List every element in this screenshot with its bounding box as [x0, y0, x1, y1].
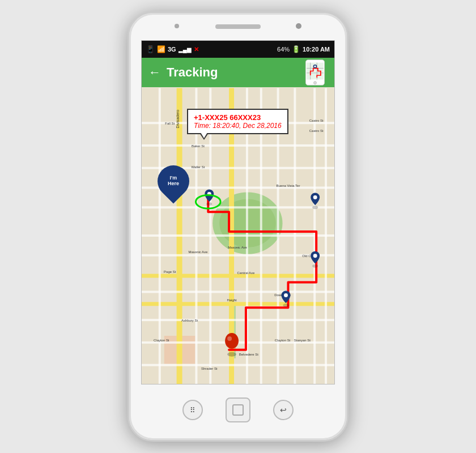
nav-menu-icon: ⠿ [190, 406, 196, 414]
svg-text:Clayton St: Clayton St [275, 339, 291, 342]
svg-point-69 [227, 336, 232, 341]
sim-icon: 📱 [146, 45, 155, 53]
signal-x-icon: ✕ [194, 46, 199, 53]
phone-bottom-nav: ⠿ ↩ [129, 384, 347, 440]
im-here-pin: I'm Here [158, 165, 189, 197]
svg-text:Ashbury St: Ashbury St [181, 319, 198, 322]
network-label: 3G [168, 46, 176, 53]
nav-back-button[interactable]: ↩ [273, 400, 294, 420]
svg-point-63 [312, 264, 318, 268]
svg-rect-28 [142, 364, 334, 366]
svg-text:Castro St: Castro St [309, 119, 324, 122]
app-icon [301, 59, 329, 86]
svg-point-62 [313, 195, 317, 199]
svg-text:Central Ave: Central Ave [237, 271, 255, 275]
phone-screen: 📱 📶 3G ▂▄▆ ✕ 64% 🔋 10:20 AM ← Tracking [141, 40, 335, 384]
svg-rect-22 [142, 206, 334, 208]
battery-label: 64% [277, 46, 290, 53]
svg-point-67 [227, 352, 236, 357]
svg-text:Baker St: Baker St [192, 144, 205, 148]
svg-point-68 [225, 333, 239, 349]
sensor [175, 24, 179, 28]
nav-home-button[interactable] [226, 398, 250, 422]
popup-phone-number: +1-XXX25 66XXX23 [194, 113, 282, 122]
nav-menu-button[interactable]: ⠿ [182, 400, 203, 420]
popup-tail-inner [201, 133, 207, 138]
app-bar: ← Tracking [142, 58, 334, 87]
svg-text:Clayton St: Clayton St [154, 339, 169, 342]
svg-point-65 [283, 304, 289, 307]
svg-text:Divisadero: Divisadero [176, 110, 180, 129]
nav-home-icon [232, 404, 244, 416]
im-here-text: I'm Here [168, 176, 179, 187]
nav-back-icon: ↩ [280, 405, 287, 414]
svg-rect-37 [325, 88, 327, 384]
svg-text:Masonic Ave: Masonic Ave [189, 250, 208, 254]
svg-text:Haight: Haight [227, 298, 237, 302]
map-area: Divisadero Divisadero Baker St Masonic A… [142, 87, 334, 384]
svg-text:Belvedere St: Belvedere St [239, 353, 258, 356]
popup-time: Time: 18:20:40, Dec 28,2016 [194, 122, 282, 130]
svg-text:Waller St: Waller St [191, 165, 205, 169]
svg-text:Fall St: Fall St [165, 122, 175, 125]
status-left: 📱 📶 3G ▂▄▆ ✕ [146, 45, 199, 53]
svg-rect-23 [142, 234, 334, 237]
time-label: 10:20 AM [303, 46, 330, 53]
svg-rect-16 [142, 274, 334, 278]
svg-point-66 [284, 293, 288, 297]
svg-point-64 [313, 254, 317, 258]
map-info-popup: +1-XXX25 66XXX23 Time: 18:20:40, Dec 28,… [187, 109, 288, 134]
svg-rect-19 [142, 144, 334, 147]
svg-text:Buena Vista Ter: Buena Vista Ter [277, 184, 300, 187]
svg-point-8 [314, 82, 317, 84]
svg-point-7 [314, 66, 316, 67]
svg-text:Stanyan St: Stanyan St [294, 339, 311, 342]
speaker [215, 24, 261, 29]
svg-text:Shrader St: Shrader St [201, 367, 218, 370]
svg-rect-17 [142, 302, 334, 306]
status-right: 64% 🔋 10:20 AM [277, 45, 330, 53]
back-button[interactable]: ← [148, 65, 161, 80]
svg-rect-25 [142, 290, 334, 293]
battery-icon: 🔋 [292, 45, 300, 53]
wifi-icon: 📶 [157, 45, 165, 53]
status-bar: 📱 📶 3G ▂▄▆ ✕ 64% 🔋 10:20 AM [142, 41, 334, 58]
svg-text:Castro St: Castro St [309, 129, 324, 133]
svg-point-61 [312, 206, 318, 209]
phone-device: 📱 📶 3G ▂▄▆ ✕ 64% 🔋 10:20 AM ← Tracking [128, 11, 348, 442]
camera [296, 23, 301, 29]
svg-point-59 [206, 202, 212, 206]
phone-top [129, 13, 347, 40]
svg-rect-26 [142, 319, 334, 321]
svg-text:Masonic Ave: Masonic Ave [228, 246, 247, 249]
signal-bars: ▂▄▆ [178, 46, 192, 53]
svg-text:Page St: Page St [164, 270, 176, 273]
im-here-circle: I'm Here [151, 159, 196, 203]
